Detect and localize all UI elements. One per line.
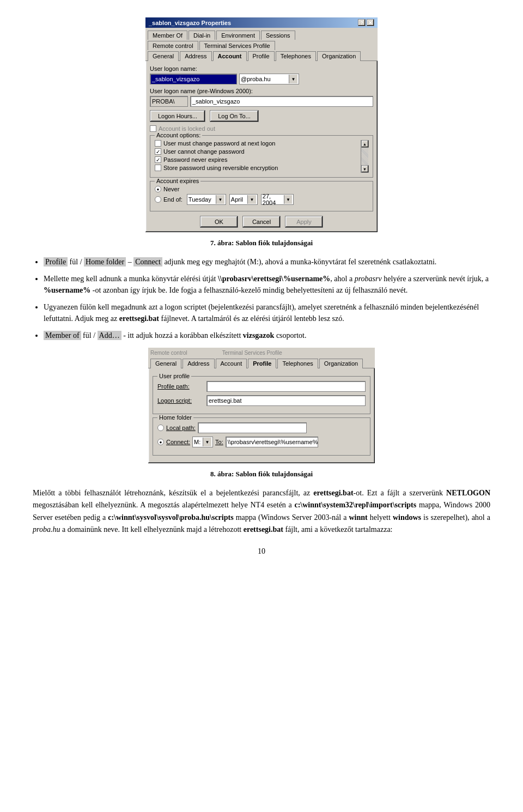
profile-path-input[interactable] <box>206 381 366 392</box>
tab-terminal-profile[interactable]: Terminal Services Profile <box>199 41 275 50</box>
figure8-dialog: Remote control Terminal Services Profile… <box>147 347 376 464</box>
local-path-row: Local path: <box>157 422 366 433</box>
locked-checkbox-row: Account is locked out <box>150 125 373 132</box>
scroll-track <box>361 148 368 165</box>
bullet3-filename: erettsegi.bat <box>119 314 159 323</box>
fig8-tab-general[interactable]: General <box>150 359 181 368</box>
end-of-label: End of: <box>163 196 183 203</box>
tab-environment[interactable]: Environment <box>216 31 260 40</box>
end-of-radio-row: End of: Tuesday ▼ April ▼ 27, 2004 ▼ <box>155 194 368 205</box>
tab-member-of[interactable]: Member Of <box>148 31 187 40</box>
logon-script-label: Logon script: <box>157 397 206 404</box>
account-options-group: Account options: User must change passwo… <box>150 135 373 178</box>
opt3-label: Password never expires <box>163 156 227 163</box>
locked-checkbox[interactable] <box>150 125 156 132</box>
local-path-label: Local path: <box>166 425 196 431</box>
domain-dropdown[interactable]: @proba.hu ▼ <box>239 74 299 84</box>
tabs-row1: Member Of Dial-in Environment Sessions <box>145 28 378 39</box>
logon-buttons-row: Logon Hours... Log On To... <box>150 110 373 122</box>
opt1-label: User must change password at next logon <box>163 140 275 147</box>
home-folder-title: Home folder <box>157 414 193 421</box>
close-button[interactable]: ✕ <box>367 19 374 26</box>
pre-win-label: User logon name (pre-Windows 2000): <box>150 88 373 94</box>
logon-name-label: User logon name: <box>150 65 373 72</box>
tab-organization[interactable]: Organization <box>317 51 361 61</box>
tab-general[interactable]: General <box>148 51 179 61</box>
options-list: User must change password at next logon … <box>155 140 360 173</box>
opt4-label: Store password using reversible encrypti… <box>163 165 278 171</box>
to-input[interactable]: \\probasrv\erettsegi\%username% <box>226 437 318 447</box>
option-1: User must change password at next logon <box>155 140 360 147</box>
pre-win-input[interactable]: _sablon_vizsgazo <box>190 96 373 107</box>
opt1-checkbox[interactable] <box>155 140 161 147</box>
tab-address[interactable]: Address <box>180 51 211 61</box>
dialog-titlebar: _sablon_vizsgazo Properties ? ✕ <box>145 17 378 28</box>
year-dropdown[interactable]: 27, 2004 ▼ <box>261 194 294 205</box>
drive-dropdown[interactable]: M: ▼ <box>192 437 213 447</box>
bullet1-sep2: – <box>128 258 134 266</box>
connect-row: ● Connect: M: ▼ To: \\probasrv\erettsegi… <box>157 437 366 447</box>
option-4: Store password using reversible encrypti… <box>155 165 360 171</box>
fig8-tabs: Remote control Terminal Services Profile… <box>148 348 375 368</box>
scroll-up[interactable]: ▲ <box>361 140 369 148</box>
dialog-content: User logon name: _sablon_vizsgazo @proba… <box>145 61 378 232</box>
home-folder-group: Home folder Local path: ● Connect: M: <box>153 417 370 456</box>
month-dropdown[interactable]: April ▼ <box>229 194 258 205</box>
logon-hours-button[interactable]: Logon Hours... <box>150 110 205 122</box>
account-locked-row: Account is locked out <box>150 125 373 132</box>
home-folder-highlight: Home folder <box>84 257 126 266</box>
fig8-tab-profile[interactable]: Profile <box>248 359 276 368</box>
figure8-wrapper: Remote control Terminal Services Profile… <box>33 347 490 464</box>
bullet3-p2: fájlnevet. A tartalmáról és az elérési ú… <box>159 314 344 323</box>
bullet2-text: Mellette meg kell adnunk a munka könyvtá… <box>44 275 489 294</box>
tab-dial-in[interactable]: Dial-in <box>188 31 215 40</box>
tab-profile[interactable]: Profile <box>248 51 275 61</box>
never-radio[interactable]: ● <box>155 186 161 192</box>
fig8-tab-telephones[interactable]: Telephones <box>277 359 318 368</box>
fig8-tab-account[interactable]: Account <box>216 359 247 368</box>
logon-name-input[interactable]: _sablon_vizsgazo <box>150 74 237 84</box>
options-list-wrapper: User must change password at next logon … <box>155 140 368 173</box>
tabs-row2: Remote control Terminal Services Profile <box>145 39 378 50</box>
tab-telephones[interactable]: Telephones <box>276 51 316 61</box>
logon-row: _sablon_vizsgazo @proba.hu ▼ <box>150 74 373 84</box>
month-arrow: ▼ <box>247 195 256 204</box>
connect-radio[interactable]: ● <box>157 439 164 445</box>
day-dropdown[interactable]: Tuesday ▼ <box>187 194 226 205</box>
option-3: ✓ Password never expires <box>155 156 360 163</box>
logon-script-input[interactable]: erettsegi.bat <box>206 395 366 406</box>
page-number: 10 <box>33 547 490 556</box>
tab-sessions[interactable]: Sessions <box>261 31 295 40</box>
connect-highlight: Connect <box>133 257 162 266</box>
fig8-tab-org[interactable]: Organization <box>319 359 363 368</box>
scroll-down[interactable]: ▼ <box>361 165 369 173</box>
partial-top: Remote control Terminal Services Profile <box>150 350 373 356</box>
opt4-checkbox[interactable] <box>155 165 161 171</box>
fig8-tab-row: General Address Account Profile Telephon… <box>150 358 373 368</box>
bullet1-main-text: adjunk meg egy meghajtót (M:), ahová a m… <box>164 258 436 266</box>
tab-account[interactable]: Account <box>213 51 247 61</box>
never-radio-row: ● Never <box>155 186 368 192</box>
tabs-row3: General Address Account Profile Telephon… <box>145 50 378 61</box>
cancel-button[interactable]: Cancel <box>242 216 281 228</box>
logon-script-row: Logon script: erettsegi.bat <box>157 395 366 406</box>
end-of-radio[interactable] <box>155 196 161 203</box>
fig8-tab-address[interactable]: Address <box>183 359 214 368</box>
opt2-checkbox[interactable]: ✓ <box>155 148 161 155</box>
ok-button[interactable]: OK <box>200 216 238 228</box>
local-radio[interactable] <box>157 425 164 431</box>
help-button[interactable]: ? <box>358 19 366 26</box>
opt3-checkbox[interactable]: ✓ <box>155 156 161 163</box>
option-2: ✓ User cannot change password <box>155 148 360 155</box>
figure7-caption: 7. ábra: Sablon fiók tulajdonságai <box>33 239 490 247</box>
bullet-item-1: Profile fül / Home folder – Connect adju… <box>44 256 490 268</box>
bullet1-sep1: fül / <box>70 258 84 266</box>
tab-remote-control[interactable]: Remote control <box>148 41 198 50</box>
profile-path-row: Profile path: <box>157 381 366 392</box>
options-scrollbar: ▲ ▼ <box>361 140 368 173</box>
local-path-input[interactable] <box>198 422 307 433</box>
logon-to-button[interactable]: Log On To... <box>210 110 259 122</box>
bullet-list: Profile fül / Home folder – Connect adju… <box>44 256 490 341</box>
apply-button[interactable]: Apply <box>285 216 323 228</box>
profile-highlight: Profile <box>44 257 68 266</box>
